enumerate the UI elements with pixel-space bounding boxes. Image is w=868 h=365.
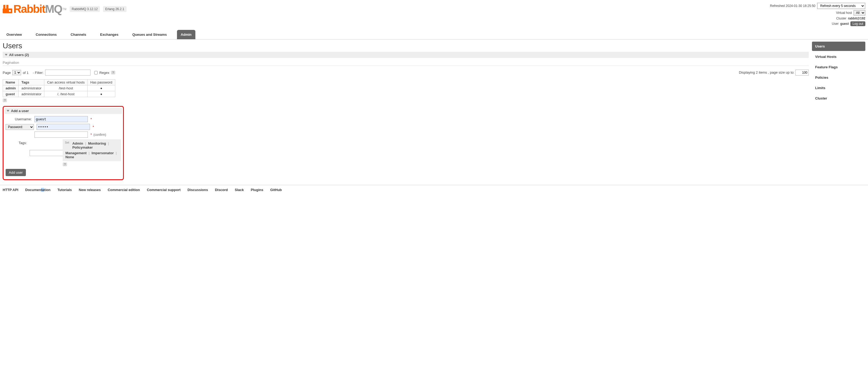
section-add-user[interactable]: Add a user [4, 108, 122, 114]
page-label: Page [3, 71, 11, 75]
rabbitmq-logo-icon [3, 4, 12, 14]
regex-checkbox[interactable] [94, 71, 98, 74]
section-all-users[interactable]: All users (2) [3, 52, 809, 58]
refreshed-timestamp: Refreshed 2024-01-30 18:25:50 [770, 4, 815, 8]
footer-tutorials[interactable]: Tutorials [57, 188, 72, 192]
vhost-label: Virtual host [836, 11, 852, 15]
cell-tags: administrator [19, 86, 44, 91]
regex-help[interactable]: ? [111, 71, 115, 74]
footer-http-api[interactable]: HTTP API [3, 188, 19, 192]
table-help[interactable]: ? [3, 98, 7, 102]
logo-text-mq: MQ [45, 3, 62, 15]
refresh-interval-select[interactable]: Refresh every 5 seconds [817, 3, 865, 9]
th-tags[interactable]: Tags [19, 79, 44, 86]
cell-name: guest [3, 91, 19, 97]
footer: HTTP API Documentation Tutorials New rel… [0, 185, 868, 195]
credential-type-select[interactable]: Password: [6, 124, 34, 130]
username-label: Username: [6, 117, 34, 121]
logo[interactable]: RabbitMQ TM [3, 3, 66, 15]
filter-label: - Filter: [33, 71, 43, 75]
tags-label: Tags: [6, 139, 30, 145]
sidebar-item-limits[interactable]: Limits [812, 83, 865, 93]
cell-vhosts: /, /test-host [44, 91, 88, 97]
vhost-select[interactable]: All [854, 10, 865, 15]
tag-monitoring[interactable]: Monitoring [88, 141, 106, 145]
user-label: User [832, 22, 839, 26]
sidebar-item-cluster[interactable]: Cluster [812, 94, 865, 103]
cell-name: admin [3, 86, 19, 91]
sidebar-item-feature-flags[interactable]: Feature Flags [812, 62, 865, 72]
required-star: * [91, 133, 92, 137]
password-input[interactable] [37, 124, 90, 130]
pagesize-input[interactable] [796, 70, 809, 75]
nav-tabs: Overview Connections Channels Exchanges … [0, 30, 868, 39]
logo-tm: TM [62, 8, 66, 11]
displaying-label: Displaying 2 items , page size up to: [739, 70, 794, 74]
logo-text-rabbit: Rabbit [13, 3, 45, 15]
cluster-label: Cluster [836, 16, 846, 20]
regex-label: Regex [99, 71, 110, 75]
tag-impersonator[interactable]: Impersonator [92, 151, 114, 155]
svg-rect-2 [9, 10, 11, 12]
sidebar-item-vhosts[interactable]: Virtual Hosts [812, 52, 865, 61]
username-input[interactable] [34, 116, 88, 122]
sidebar-item-policies[interactable]: Policies [812, 73, 865, 82]
tag-management[interactable]: Management [65, 151, 87, 155]
page-title: Users [3, 42, 809, 50]
users-table: Name Tags Can access virtual hosts Has p… [3, 79, 115, 97]
th-password[interactable]: Has password [88, 79, 115, 86]
tab-overview[interactable]: Overview [3, 30, 26, 39]
tab-channels[interactable]: Channels [67, 30, 90, 39]
cell-password: ● [88, 86, 115, 91]
current-user: guest [840, 22, 849, 26]
svg-rect-1 [6, 5, 8, 9]
footer-slack[interactable]: Slack [235, 188, 244, 192]
tab-queues[interactable]: Queues and Streams [129, 30, 170, 39]
th-vhosts[interactable]: Can access virtual hosts [44, 79, 88, 86]
tags-preset-panel: Set Admin | Monitoring | Policymaker Man… [63, 139, 121, 161]
table-row[interactable]: admin administrator /test-host ● [3, 86, 115, 91]
of-label: of 1 [23, 71, 29, 75]
footer-plugins[interactable]: Plugins [251, 188, 264, 192]
tag-none[interactable]: None [65, 155, 74, 159]
chevron-down-icon [7, 110, 9, 112]
table-row[interactable]: guest administrator /, /test-host ● [3, 91, 115, 97]
page-select[interactable]: 1 [12, 70, 21, 75]
tab-admin[interactable]: Admin [177, 30, 195, 39]
footer-new-releases[interactable]: New releases [79, 188, 101, 192]
footer-discussions[interactable]: Discussions [188, 188, 208, 192]
set-label: Set [65, 141, 69, 144]
footer-discord[interactable]: Discord [215, 188, 228, 192]
filter-input[interactable] [45, 70, 91, 75]
sidebar-item-users[interactable]: Users [812, 42, 865, 51]
tag-admin[interactable]: Admin [72, 141, 83, 145]
footer-commercial-support[interactable]: Commercial support [147, 188, 180, 192]
cell-tags: administrator [19, 91, 44, 97]
chevron-down-icon [5, 54, 7, 56]
confirm-label: (confirm) [93, 133, 106, 137]
tab-exchanges[interactable]: Exchanges [96, 30, 122, 39]
cell-vhosts: /test-host [44, 86, 88, 91]
password-confirm-input[interactable] [34, 132, 88, 138]
required-star: * [93, 125, 94, 129]
version-rabbitmq: RabbitMQ 3.12.12 [70, 6, 100, 12]
th-name[interactable]: Name [3, 79, 19, 86]
logout-button[interactable]: Log out [850, 21, 865, 26]
cluster-name: rabbit@192 [848, 16, 865, 20]
tab-connections[interactable]: Connections [32, 30, 61, 39]
tag-policymaker[interactable]: Policymaker [72, 145, 93, 150]
tags-help[interactable]: ? [63, 163, 67, 166]
required-star: * [91, 117, 92, 121]
footer-commercial-edition[interactable]: Commercial edition [107, 188, 140, 192]
all-users-label: All users (2) [9, 53, 29, 57]
add-user-section: Add a user Username: * Password: * [3, 106, 124, 180]
pagination-heading: Pagination [3, 61, 809, 66]
cell-password: ● [88, 91, 115, 97]
footer-github[interactable]: GitHub [270, 188, 282, 192]
add-user-button[interactable]: Add user [6, 169, 26, 176]
add-user-title: Add a user [11, 109, 29, 113]
version-erlang: Erlang 26.2.1 [103, 6, 126, 12]
svg-rect-0 [3, 5, 5, 9]
footer-documentation[interactable]: Documentation [25, 188, 51, 192]
